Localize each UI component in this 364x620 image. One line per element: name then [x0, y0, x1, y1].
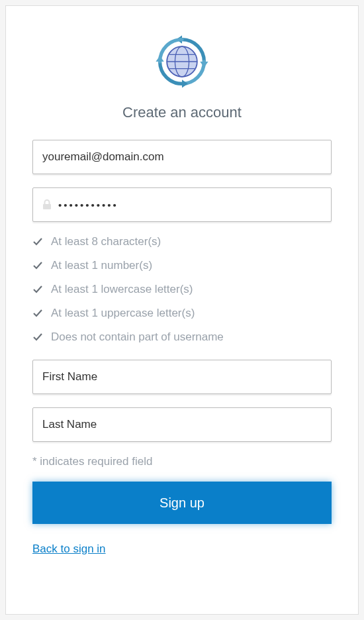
password-masked-value: ••••••••••• — [58, 199, 118, 211]
back-to-signin-link[interactable]: Back to sign in — [32, 542, 106, 555]
rule-text: At least 1 lowercase letter(s) — [51, 283, 193, 296]
check-icon — [32, 308, 43, 319]
svg-marker-6 — [200, 62, 208, 68]
signup-button[interactable]: Sign up — [32, 482, 332, 524]
globe-arrows-logo-icon — [153, 32, 211, 91]
signup-card: Create an account ••••••••••• At least 8… — [5, 5, 359, 615]
svg-rect-9 — [43, 204, 51, 209]
firstname-input[interactable] — [42, 370, 322, 384]
check-icon — [32, 236, 43, 247]
rule-item: At least 8 character(s) — [32, 235, 332, 248]
rule-item: At least 1 lowercase letter(s) — [32, 283, 332, 296]
logo-wrap — [32, 32, 332, 91]
lastname-field-wrap[interactable] — [32, 407, 332, 442]
firstname-field-wrap[interactable] — [32, 360, 332, 394]
password-rules-list: At least 8 character(s) At least 1 numbe… — [32, 235, 332, 344]
check-icon — [32, 260, 43, 271]
rule-text: At least 1 number(s) — [51, 259, 152, 272]
svg-marker-7 — [182, 79, 188, 87]
check-icon — [32, 332, 43, 342]
rule-item: Does not contain part of username — [32, 331, 332, 344]
required-hint: * indicates required field — [32, 455, 332, 468]
svg-marker-8 — [156, 56, 163, 62]
email-field-wrap[interactable] — [32, 140, 332, 174]
rule-text: At least 1 uppercase letter(s) — [51, 307, 195, 320]
rule-item: At least 1 uppercase letter(s) — [32, 307, 332, 320]
email-input[interactable] — [42, 150, 322, 164]
password-field-wrap[interactable]: ••••••••••• — [32, 187, 332, 222]
lastname-input[interactable] — [42, 418, 322, 431]
page-title: Create an account — [32, 104, 332, 121]
rule-text: At least 8 character(s) — [51, 235, 161, 248]
rule-item: At least 1 number(s) — [32, 259, 332, 272]
lock-icon — [42, 199, 52, 210]
rule-text: Does not contain part of username — [51, 331, 224, 344]
check-icon — [32, 284, 43, 295]
